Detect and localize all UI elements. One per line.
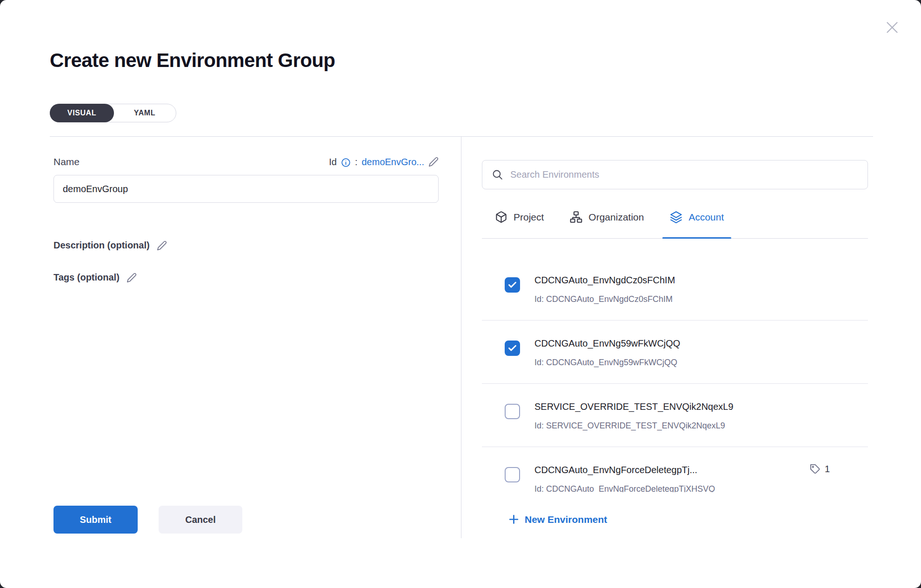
cube-icon: [495, 211, 507, 223]
tab-project-label: Project: [514, 212, 544, 223]
check-icon: [507, 280, 517, 290]
environment-name: CDCNGAuto_EnvNgForceDeletegpTj...: [534, 465, 715, 475]
name-input[interactable]: [53, 175, 439, 203]
environment-id: Id: CDCNGAuto_EnvNg59wFkWCjQQ: [534, 358, 680, 368]
search-icon: [492, 169, 503, 180]
list-item[interactable]: CDCNGAuto_EnvNg59wFkWCjQQ Id: CDCNGAuto_…: [482, 321, 868, 384]
tab-yaml[interactable]: YAML: [113, 104, 176, 122]
info-icon[interactable]: [341, 158, 351, 167]
environment-name: CDCNGAuto_EnvNg59wFkWCjQQ: [534, 338, 680, 349]
list-item[interactable]: SERVICE_OVERRIDE_TEST_ENVQik2NqexL9 Id: …: [482, 384, 868, 447]
new-environment-label: New Environment: [525, 514, 607, 525]
tab-organization[interactable]: Organization: [570, 189, 644, 238]
tab-organization-label: Organization: [588, 212, 644, 223]
cancel-button[interactable]: Cancel: [159, 506, 242, 534]
list-item[interactable]: CDCNGAuto_EnvNgForceDeletegpTj... Id: CD…: [482, 447, 868, 492]
new-environment-button[interactable]: New Environment: [508, 514, 607, 525]
tab-visual[interactable]: VISUAL: [50, 104, 114, 122]
create-environment-group-modal: Create new Environment Group VISUAL YAML…: [0, 0, 921, 588]
tags-label: Tags (optional): [53, 272, 120, 283]
form-column: Name Id : demoEnvGro... Description (opt…: [53, 156, 439, 283]
environment-checkbox[interactable]: [505, 404, 520, 419]
environment-checkbox[interactable]: [505, 341, 520, 356]
list-item[interactable]: CDCNGAuto_EnvNgdCz0sFChIM Id: CDCNGAuto_…: [482, 257, 868, 321]
tab-account[interactable]: Account: [670, 189, 724, 238]
form-actions: Submit Cancel: [53, 506, 242, 534]
edit-tags-icon[interactable]: [127, 273, 137, 283]
scope-tabs: Project Organization Account: [482, 189, 868, 239]
description-row: Description (optional): [53, 240, 439, 251]
page-title: Create new Environment Group: [50, 49, 335, 72]
id-label: Id: [329, 157, 337, 167]
tags-row: Tags (optional): [53, 272, 439, 283]
environment-search: [482, 160, 868, 189]
tag-icon: [810, 464, 821, 474]
tab-project[interactable]: Project: [495, 189, 544, 238]
plus-icon: [508, 514, 520, 525]
description-label: Description (optional): [53, 240, 150, 251]
name-label: Name: [53, 156, 80, 167]
edit-id-icon[interactable]: [428, 157, 439, 167]
entity-id-row: Id : demoEnvGro...: [329, 157, 439, 167]
tag-badge: 1: [810, 464, 830, 474]
environment-list: CDCNGAuto_EnvNgdCz0sFChIM Id: CDCNGAuto_…: [482, 239, 868, 492]
environments-panel: Project Organization Account CDCNGAuto_E…: [482, 160, 868, 492]
environment-name: CDCNGAuto_EnvNgdCz0sFChIM: [534, 275, 675, 286]
column-divider: [461, 136, 461, 538]
id-separator: :: [355, 157, 358, 167]
submit-button[interactable]: Submit: [53, 506, 138, 534]
close-icon[interactable]: [883, 19, 901, 37]
search-input[interactable]: [510, 169, 858, 180]
environment-checkbox[interactable]: [505, 277, 520, 293]
layers-icon: [670, 211, 682, 223]
environment-name: SERVICE_OVERRIDE_TEST_ENVQik2NqexL9: [534, 401, 734, 412]
org-hierarchy-icon: [570, 211, 582, 223]
visual-yaml-toggle: VISUAL YAML: [50, 104, 176, 122]
tag-count: 1: [825, 464, 830, 474]
environment-id: Id: CDCNGAuto_EnvNgdCz0sFChIM: [534, 294, 675, 304]
environment-id: Id: SERVICE_OVERRIDE_TEST_ENVQik2NqexL9: [534, 421, 734, 431]
edit-description-icon[interactable]: [157, 241, 167, 251]
entity-id-value[interactable]: demoEnvGro...: [361, 157, 424, 167]
name-id-row: Name Id : demoEnvGro...: [53, 156, 439, 167]
tab-account-label: Account: [688, 212, 724, 223]
check-icon: [507, 343, 517, 353]
environment-checkbox[interactable]: [505, 467, 520, 482]
header-divider: [50, 136, 873, 137]
environment-id: Id: CDCNGAuto_EnvNgForceDeletegpTjXHSVQ: [534, 484, 715, 492]
